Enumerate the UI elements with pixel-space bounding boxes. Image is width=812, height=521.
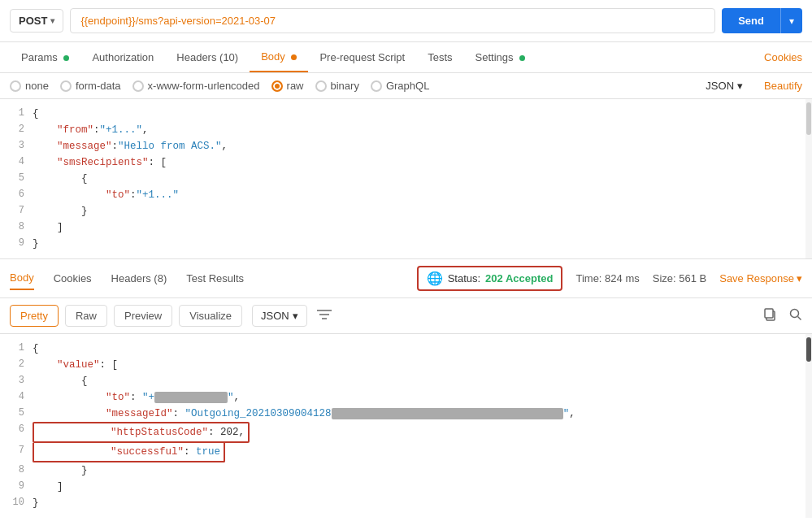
svg-point-5 [791,310,799,318]
chevron-down-icon: ▾ [50,16,54,25]
response-json-select[interactable]: JSON ▾ [252,305,307,327]
format-visualize-button[interactable]: Visualize [179,305,242,327]
response-header: Body Cookies Headers (8) Test Results 🌐 … [0,259,812,298]
tab-settings[interactable]: Settings [464,43,537,72]
body-type-bar: none form-data x-www-form-urlencoded raw… [0,73,812,99]
code-line-7: 7 } [0,203,812,219]
tab-body[interactable]: Body [250,42,308,72]
resp-tab-cookies[interactable]: Cookies [54,267,92,289]
response-format-bar: Pretty Raw Preview Visualize JSON ▾ [0,298,812,334]
save-response-button[interactable]: Save Response ▾ [719,272,802,284]
copy-icon[interactable] [763,308,776,323]
radio-raw-icon [271,80,283,92]
radio-binary-icon [315,80,327,92]
resp-line-9: 9 ] [0,479,812,495]
code-line-2: 2 "from":"+1...", [0,122,812,138]
chevron-down-icon: ▾ [737,80,743,92]
code-line-1: 1 { [0,106,812,122]
scrollbar-thumb [806,102,811,135]
response-code-editor: 1 { 2 "value": [ 3 { 4 "to": "+█████████… [0,334,812,518]
resp-tab-headers[interactable]: Headers (8) [111,267,167,289]
radio-urlencoded-icon [132,80,144,92]
resp-line-1: 1 { [0,341,812,357]
response-size: Size: 561 B [653,272,707,284]
code-line-9: 9 } [0,236,812,252]
settings-dot [519,55,525,61]
code-line-4: 4 "smsRecipients": [ [0,154,812,171]
resp-line-8: 8 } [0,462,812,479]
resp-line-5: 5 "messageId": "Outgoing_20210309004128█… [0,406,812,422]
format-pretty-button[interactable]: Pretty [10,305,59,327]
beautify-button[interactable]: Beautify [764,80,802,92]
status-code: 202 Accepted [485,272,553,284]
cookies-link[interactable]: Cookies [764,51,802,63]
response-scrollbar[interactable] [805,334,812,518]
method-select[interactable]: POST ▾ [10,9,63,33]
url-input[interactable] [70,8,715,33]
resp-line-10: 10 } [0,495,812,511]
body-type-none[interactable]: none [10,80,49,92]
params-dot [63,55,69,61]
scrollbar-thumb [806,337,811,362]
body-type-binary[interactable]: binary [315,80,359,92]
radio-graphql-icon [371,80,382,92]
radio-formdata-icon [60,80,72,92]
resp-line-2: 2 "value": [ [0,357,812,373]
tab-params[interactable]: Params [10,43,80,72]
status-badge: 🌐 Status: 202 Accepted [417,266,563,291]
resp-line-4: 4 "to": "+████████████", [0,389,812,406]
format-raw-button[interactable]: Raw [65,305,107,327]
resp-line-3: 3 { [0,373,812,389]
tab-headers[interactable]: Headers (10) [165,43,250,72]
search-icon[interactable] [789,308,802,323]
svg-line-6 [798,317,801,320]
url-bar: POST ▾ Send ▾ [0,0,812,42]
body-type-formdata[interactable]: form-data [60,80,121,92]
response-time: Time: 824 ms [575,272,639,284]
code-line-8: 8 ] [0,219,812,236]
body-dot [291,54,297,60]
tab-authorization[interactable]: Authorization [80,43,165,72]
resp-tab-body[interactable]: Body [10,267,34,290]
tab-prerequest[interactable]: Pre-request Script [308,43,416,72]
code-line-6: 6 "to":"+1..." [0,187,812,203]
chevron-down-icon: ▾ [797,272,802,284]
body-type-raw[interactable]: raw [271,80,304,92]
resp-line-7: 7 "successful": true [0,443,812,462]
resp-line-6: 6 "httpStatusCode": 202, [0,422,812,443]
svg-rect-4 [765,309,773,318]
tab-tests[interactable]: Tests [416,43,463,72]
json-format-select[interactable]: JSON ▾ [706,80,743,92]
method-label: POST [19,15,47,27]
send-button-wrap: Send ▾ [722,8,802,33]
resp-tab-testresults[interactable]: Test Results [186,267,244,289]
globe-icon: 🌐 [427,271,443,286]
format-preview-button[interactable]: Preview [114,305,172,327]
request-tabs: Params Authorization Headers (10) Body P… [0,42,812,73]
editor-scrollbar[interactable] [805,99,812,258]
code-line-5: 5 { [0,171,812,187]
filter-icon[interactable] [317,309,332,323]
body-type-graphql[interactable]: GraphQL [371,80,429,92]
radio-none-icon [10,80,21,92]
code-line-3: 3 "message":"Hello from ACS.", [0,138,812,154]
body-type-urlencoded[interactable]: x-www-form-urlencoded [132,80,260,92]
chevron-down-icon: ▾ [293,310,298,322]
send-button[interactable]: Send [722,8,780,33]
request-code-editor: 1 { 2 "from":"+1...", 3 "message":"Hello… [0,99,812,259]
send-dropdown-button[interactable]: ▾ [780,8,802,33]
